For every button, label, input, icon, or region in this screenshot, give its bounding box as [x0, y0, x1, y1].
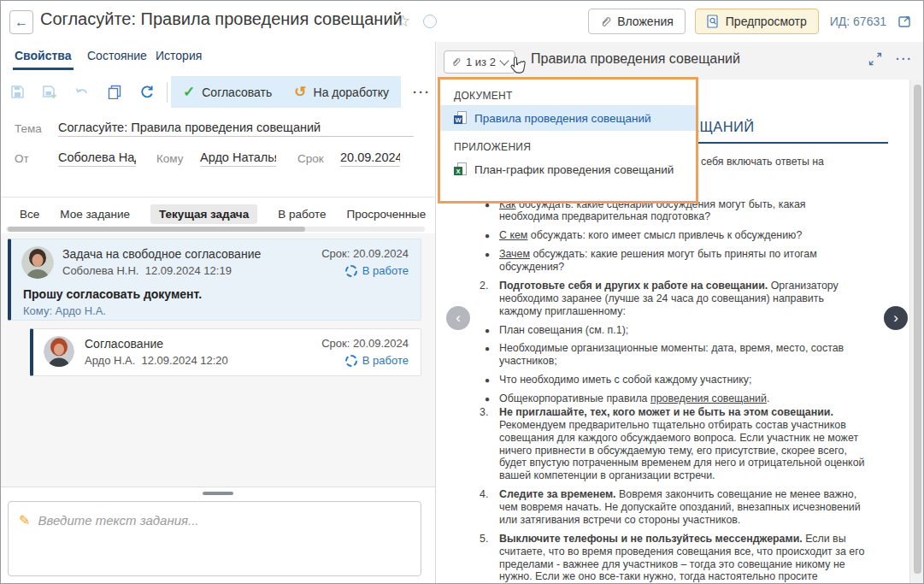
- task-input-zone: ✎Введите текст задания...: [1, 498, 435, 584]
- attachment-pager-dropdown[interactable]: 1 из 2: [444, 50, 515, 74]
- task-due: Срок: 20.09.2024: [321, 337, 409, 350]
- back-button[interactable]: ←: [9, 10, 33, 34]
- dropdown-item[interactable]: WПравила проведения совещаний: [440, 105, 696, 131]
- task-title: Задача на свободное согласование: [62, 247, 261, 261]
- prev-page-button[interactable]: ‹: [446, 306, 470, 330]
- doc-bullet-item: ●Общекорпоративные правила проведения со…: [480, 392, 888, 405]
- refresh-icon[interactable]: [131, 85, 163, 100]
- dropdown-item[interactable]: XПлан-график проведения совещаний: [440, 156, 696, 182]
- filter-tab[interactable]: В работе: [278, 208, 326, 221]
- task-card-approval[interactable]: Согласование Ардо Н.А. 12.09.2024 12:20 …: [30, 328, 421, 376]
- doc-bullet-item: ●Зачем обсуждать: какие решения могут бы…: [480, 248, 888, 274]
- app-window: ← Согласуйте: Правила проведения совещан…: [0, 0, 924, 584]
- doc-item-marker: ●: [485, 229, 499, 242]
- copy-icon[interactable]: [98, 85, 131, 99]
- next-page-button[interactable]: ›: [884, 306, 908, 330]
- doc-item-text: Зачем обсуждать: какие решения могут быт…: [499, 248, 868, 274]
- paperclip-icon: [600, 15, 611, 28]
- panel-splitter[interactable]: [1, 487, 435, 498]
- undo-icon[interactable]: [66, 86, 98, 98]
- doc-item-marker: 4.: [480, 488, 499, 527]
- doc-numbered-item: 4.Следите за временем. Вовремя закончить…: [480, 488, 888, 527]
- avatar: [21, 246, 54, 279]
- due-field[interactable]: 20.09.2024: [340, 150, 400, 167]
- doc-item-text: Не приглашайте, тех, кого может и не быт…: [499, 406, 868, 482]
- dropdown-item-label: Правила проведения совещаний: [474, 112, 651, 125]
- task-list: Задача на свободное согласование Соболев…: [1, 233, 435, 487]
- filter-tab[interactable]: Мое задание: [60, 208, 130, 221]
- doc-item-marker: ●: [485, 374, 499, 386]
- doc-item-text: Что необходимо иметь с собой каждому уча…: [499, 374, 868, 386]
- dropdown-item-label: План-график проведения совещаний: [474, 163, 674, 176]
- doc-item-marker: 2.: [480, 280, 499, 318]
- topbar-actions: Вложения Предпросмотр ИД: 67631: [588, 9, 913, 34]
- preview-header-icons: ···: [868, 52, 913, 66]
- tab-properties[interactable]: Свойства: [15, 49, 72, 62]
- toolbar: ✓ Согласовать ↺ На доработку ···: [1, 76, 435, 108]
- doc-bullet-item: ●С кем обсуждать: кого имеет смысл привл…: [480, 229, 888, 242]
- doc-item-text: С кем обсуждать: кого имеет смысл привле…: [499, 229, 868, 242]
- task-body: Прошу согласовать документ.: [23, 287, 202, 301]
- document-body: 1.Пишите план совещания. Он должен в себ…: [480, 156, 888, 584]
- toolbar-divider: [167, 82, 168, 103]
- save-and-add-icon[interactable]: [33, 85, 66, 99]
- preview-doc-icon: [707, 15, 720, 28]
- in-progress-icon: [345, 355, 357, 367]
- doc-item-text: Следите за временем. Вовремя закончить с…: [499, 488, 868, 527]
- page-title: Согласуйте: Правила проведения совещаний: [40, 9, 403, 29]
- filter-scrollbar-track: [6, 227, 425, 232]
- doc-numbered-item: 2.Подготовьте себя и других к работе на …: [480, 280, 888, 318]
- document-id: ИД: 67631: [830, 15, 886, 28]
- save-icon[interactable]: [1, 85, 33, 99]
- rework-arrow-icon: ↺: [294, 85, 306, 99]
- doc-item-marker: ●: [485, 392, 499, 405]
- more-actions-button[interactable]: ···: [413, 85, 431, 99]
- doc-numbered-item: 3.Не приглашайте, тех, кого может и не б…: [480, 406, 888, 482]
- back-arrow-icon: ←: [15, 15, 28, 30]
- task-card-main[interactable]: Задача на свободное согласование Соболев…: [8, 239, 421, 321]
- to-field[interactable]: Ардо Наталья: [200, 150, 276, 167]
- preview-more-button[interactable]: ···: [896, 52, 913, 66]
- tab-history[interactable]: История: [156, 49, 202, 62]
- filter-tab[interactable]: Просроченные: [346, 208, 426, 221]
- from-field[interactable]: Соболева Над: [58, 150, 136, 167]
- due-label: Срок: [297, 152, 324, 165]
- expand-icon[interactable]: [868, 52, 882, 66]
- task-text-input[interactable]: ✎Введите текст задания...: [8, 501, 421, 576]
- filter-scrollbar-thumb[interactable]: [8, 227, 305, 232]
- favorite-star-icon[interactable]: ☆: [396, 11, 410, 31]
- doc-item-marker: ●: [485, 324, 499, 337]
- task-meta: Соболева Н.Н. 12.09.2024 12:19: [62, 264, 232, 277]
- from-label: От: [15, 152, 29, 165]
- doc-item-marker: 5.: [480, 533, 499, 584]
- doc-bullet-item: ●План совещания (см. п.1);: [480, 324, 888, 337]
- subject-field[interactable]: Согласуйте: Правила проведения совещаний: [58, 121, 414, 137]
- subject-label: Тема: [15, 122, 42, 135]
- rework-button[interactable]: ↺ На доработку: [294, 85, 389, 99]
- splitter-handle[interactable]: [203, 492, 233, 495]
- in-progress-icon: [345, 265, 357, 277]
- tab-state[interactable]: Состояние: [87, 49, 147, 62]
- task-meta: Ардо Н.А. 12.09.2024 12:20: [85, 354, 228, 367]
- open-in-window-icon[interactable]: [898, 15, 913, 28]
- approve-button[interactable]: ✓ Согласовать: [183, 83, 272, 101]
- input-placeholder: Введите текст задания...: [38, 513, 198, 528]
- loading-circle-icon: [423, 15, 437, 28]
- preview-doc-title: Правила проведения совещаний: [531, 51, 740, 67]
- doc-item-marker: ●: [485, 248, 499, 274]
- preview-panel: 1 из 2 Правила проведения совещаний ··· …: [437, 42, 924, 584]
- filter-tab[interactable]: Все: [20, 208, 39, 221]
- filter-bar: ВсеМое заданиеТекущая задачаВ работеПрос…: [1, 202, 435, 226]
- filter-tab[interactable]: Текущая задача: [150, 204, 257, 224]
- doc-item-marker: 3.: [480, 406, 499, 482]
- to-label: Кому: [156, 152, 184, 165]
- preview-button[interactable]: Предпросмотр: [695, 9, 819, 34]
- check-icon: ✓: [183, 83, 195, 101]
- task-status: В работе: [345, 354, 409, 367]
- attachments-button[interactable]: Вложения: [588, 9, 686, 34]
- preview-scrollbar-track: [909, 80, 924, 584]
- preview-scrollbar-thumb[interactable]: [914, 85, 921, 574]
- word-file-icon: W: [454, 111, 467, 125]
- doc-item-marker: ●: [485, 342, 499, 368]
- chevron-down-icon: [499, 56, 509, 65]
